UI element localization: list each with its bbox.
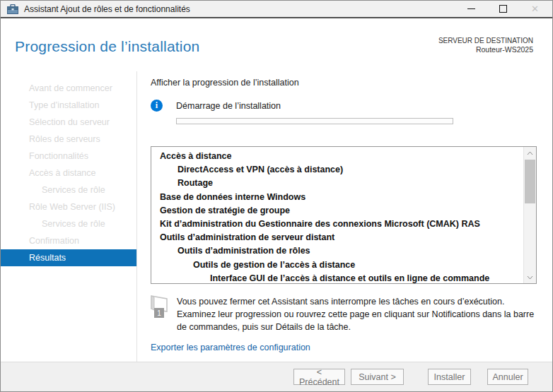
- wizard-footer: < PrécédentSuivant >InstallerAnnuler: [1, 362, 552, 391]
- wizard-steps-sidebar: Avant de commencerType d’installationSél…: [1, 71, 137, 363]
- cancel-button[interactable]: Annuler: [487, 369, 528, 385]
- minimize-button[interactable]: [455, 1, 487, 17]
- window-title: Assistant Ajout de rôles et de fonctionn…: [24, 4, 190, 14]
- sidebar-item-roles-de-serveurs: Rôles de serveurs: [1, 131, 136, 148]
- scroll-up-icon[interactable]: [524, 147, 536, 159]
- install-list-item: DirectAccess et VPN (accès à distance): [151, 163, 536, 177]
- install-status-text: Démarrage de l’installation: [176, 101, 281, 111]
- scrollbar-thumb[interactable]: [525, 160, 535, 203]
- install-list-item: Outils d’administration de serveur dista…: [151, 231, 536, 244]
- install-list-item: Accès à distance: [151, 150, 536, 163]
- sidebar-item-acces-a-distance: Accès à distance: [1, 165, 136, 182]
- close-wizard-note-text: Vous pouvez fermer cet Assistant sans in…: [177, 295, 536, 333]
- install-list-item: Outils de gestion de l’accès à distance: [151, 259, 536, 272]
- install-items-list[interactable]: Accès à distanceDirectAccess et VPN (acc…: [151, 146, 537, 284]
- prev-button[interactable]: < Précédent: [293, 369, 345, 385]
- info-icon: i: [151, 100, 163, 112]
- notification-count-badge: 1: [154, 308, 164, 318]
- sidebar-item-resultats[interactable]: Résultats: [1, 249, 136, 266]
- close-wizard-note: 1 Vous pouvez fermer cet Assistant sans …: [151, 295, 537, 333]
- install-list-item: Kit d’administration du Gestionnaire des…: [151, 218, 536, 231]
- export-configuration-link[interactable]: Exporter les paramètres de configuration: [151, 343, 310, 352]
- close-button[interactable]: ✕: [519, 1, 551, 17]
- page-title: Progression de l’installation: [15, 38, 199, 55]
- destination-server-label: SERVEUR DE DESTINATION: [438, 36, 533, 45]
- install-list-item: Base de données interne Windows: [151, 191, 536, 204]
- wizard-app-icon: [7, 4, 18, 14]
- wizard-window: Assistant Ajout de rôles et de fonctionn…: [0, 0, 553, 392]
- install-list-item: Interface GUI de l’accès à distance et o…: [151, 272, 536, 284]
- minimize-icon: [467, 8, 475, 9]
- destination-server-name: Routeur-WS2025: [438, 45, 533, 54]
- next-button[interactable]: Suivant >: [351, 369, 404, 385]
- close-icon: ✕: [531, 4, 539, 13]
- maximize-icon: [499, 5, 507, 13]
- progress-bar: [176, 118, 453, 124]
- install-list-item: Routage: [151, 177, 536, 190]
- install-list-item: Outils d’administration de rôles: [151, 244, 536, 258]
- sidebar-item-confirmation: Confirmation: [1, 232, 136, 249]
- install-status-row: i Démarrage de l’installation: [151, 100, 537, 112]
- section-title: Afficher la progression de l’installatio…: [151, 78, 537, 88]
- sidebar-item-role-web-server-iis: Rôle Web Server (IIS): [1, 198, 136, 215]
- notification-flag-icon: 1: [151, 295, 177, 333]
- destination-server-block: SERVEUR DE DESTINATION Routeur-WS2025: [438, 36, 533, 54]
- maximize-button[interactable]: [487, 1, 519, 17]
- title-bar: Assistant Ajout de rôles et de fonctionn…: [1, 1, 552, 18]
- sidebar-item-services-de-role: Services de rôle: [1, 215, 136, 232]
- wizard-header: Progression de l’installation SERVEUR DE…: [1, 20, 552, 71]
- scroll-down-icon[interactable]: [524, 271, 536, 283]
- sidebar-item-services-de-role: Services de rôle: [1, 182, 136, 198]
- main-content: Afficher la progression de l’installatio…: [137, 71, 552, 363]
- sidebar-item-selection-du-serveur: Sélection du serveur: [1, 114, 136, 131]
- sidebar-item-type-dinstallation: Type d’installation: [1, 97, 136, 114]
- sidebar-item-avant-de-commencer: Avant de commencer: [1, 80, 136, 97]
- install-list-item: Gestion de stratégie de groupe: [151, 204, 536, 218]
- list-scrollbar[interactable]: [523, 147, 536, 283]
- install-button[interactable]: Installer: [428, 369, 471, 385]
- sidebar-item-fonctionnalites: Fonctionnalités: [1, 148, 136, 165]
